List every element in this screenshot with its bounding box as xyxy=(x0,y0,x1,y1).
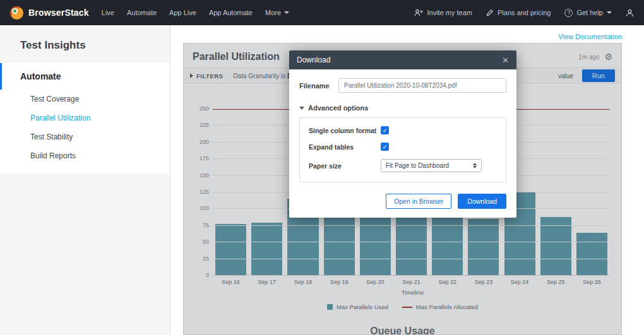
single-column-checkbox[interactable]: ✓ xyxy=(381,126,389,134)
modal-header: Download ✕ xyxy=(289,50,516,69)
top-navbar: BrowserStack Live Automate App Live App … xyxy=(0,0,644,25)
chevron-down-icon xyxy=(284,11,289,14)
chevron-down-icon xyxy=(299,107,304,110)
advanced-options-toggle[interactable]: Advanced options xyxy=(299,104,506,112)
paper-size-value: Fit Page to Dashboard xyxy=(386,162,449,169)
sidebar-section-automate[interactable]: Automate xyxy=(0,63,170,90)
pencil-icon xyxy=(486,9,494,16)
person-plus-icon xyxy=(414,9,423,16)
sidebar-section-label: Automate xyxy=(2,63,170,90)
modal-body: Filename Advanced options Single column … xyxy=(289,69,516,186)
sidebar-item-test-coverage[interactable]: Test Coverage xyxy=(0,90,170,109)
nav-item-live[interactable]: Live xyxy=(102,9,114,16)
close-icon[interactable]: ✕ xyxy=(502,56,509,64)
sidebar-item-parallel-utilization[interactable]: Parallel Utilization xyxy=(0,109,170,127)
person-icon xyxy=(626,9,634,17)
plans-pricing-label: Plans and pricing xyxy=(498,9,551,16)
download-button[interactable]: Download xyxy=(458,194,506,209)
sidebar-title: Test Insights xyxy=(0,25,170,63)
plans-pricing-button[interactable]: Plans and pricing xyxy=(486,9,551,16)
nav-item-automate[interactable]: Automate xyxy=(127,9,157,16)
primary-nav: Live Automate App Live App Automate More xyxy=(102,9,289,16)
sidebar-item-test-stability[interactable]: Test Stability xyxy=(0,127,170,146)
paper-size-label: Paper size xyxy=(309,162,381,170)
invite-team-label: Invite my team xyxy=(427,9,472,16)
chevron-down-icon xyxy=(607,11,612,14)
sidebar-items: Test Coverage Parallel Utilization Test … xyxy=(0,90,170,174)
nav-item-app-live[interactable]: App Live xyxy=(169,9,196,16)
expand-tables-label: Expand tables xyxy=(309,143,381,151)
navbar-right: Invite my team Plans and pricing ? Get h… xyxy=(414,9,634,17)
download-modal: Download ✕ Filename Advanced options Sin… xyxy=(289,50,516,218)
advanced-options-box: Single column format ✓ Expand tables ✓ P… xyxy=(299,117,506,182)
question-circle-icon: ? xyxy=(564,9,573,17)
get-help-menu[interactable]: ? Get help xyxy=(564,9,612,17)
nav-item-app-automate[interactable]: App Automate xyxy=(209,9,253,16)
brand[interactable]: BrowserStack xyxy=(10,6,89,20)
account-menu[interactable] xyxy=(626,9,634,17)
advanced-options-label: Advanced options xyxy=(308,104,368,112)
single-column-label: Single column format xyxy=(309,127,381,134)
view-documentation-link[interactable]: View Documentation xyxy=(558,33,622,40)
modal-footer: Open in Browser Download xyxy=(289,186,516,218)
sidebar: Test Insights Automate Test Coverage Par… xyxy=(0,25,170,335)
filename-label: Filename xyxy=(299,82,338,90)
sidebar-item-build-reports[interactable]: Build Reports xyxy=(0,146,170,165)
nav-item-more[interactable]: More xyxy=(265,9,289,16)
modal-title: Download xyxy=(297,56,330,64)
nav-item-more-label: More xyxy=(265,9,281,16)
invite-team-button[interactable]: Invite my team xyxy=(414,9,472,16)
browserstack-logo-icon xyxy=(10,6,23,20)
paper-size-select[interactable]: Fit Page to Dashboard xyxy=(381,159,482,172)
open-in-browser-button[interactable]: Open in Browser xyxy=(386,194,451,209)
filename-input[interactable] xyxy=(338,78,506,93)
get-help-label: Get help xyxy=(576,9,603,16)
main-header: View Documentation xyxy=(170,25,644,44)
expand-tables-checkbox[interactable]: ✓ xyxy=(381,143,389,151)
brand-name: BrowserStack xyxy=(28,8,89,18)
select-arrows-icon xyxy=(473,163,477,168)
